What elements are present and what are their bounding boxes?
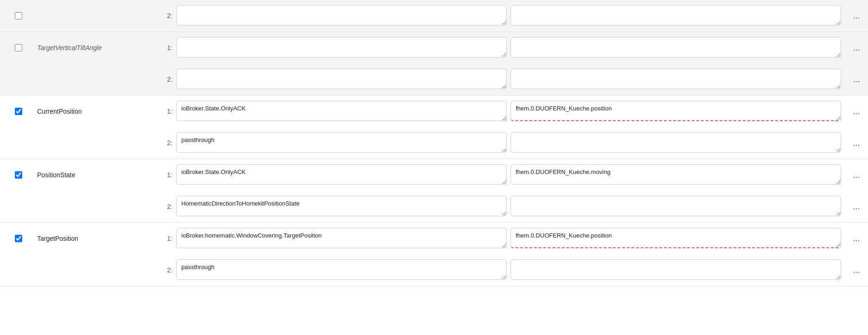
row-target-vertical-tilt: TargetVerticalTiltAngle1:...2:... [0, 32, 868, 96]
row-position-state-line-0: PositionState1:ioBroker.State.OnlyACKfhe… [0, 159, 868, 191]
row-current-position-line-0-input2[interactable]: fhem.0.DUOFERN_Kueche.position [511, 101, 841, 121]
row-current-position-line-1-dots-button[interactable]: ... [853, 138, 860, 148]
row-current-position: CurrentPosition1:ioBroker.State.OnlyACKf… [0, 96, 868, 159]
row-position-state-checkbox[interactable] [15, 171, 22, 179]
row-position-state-line-0-dots-button[interactable]: ... [853, 170, 860, 180]
row-position-state-line-1-dots-button[interactable]: ... [853, 202, 860, 212]
row-current-position-line-1: 2:passthrough... [0, 127, 868, 159]
row-target-vertical-tilt-line-1: 2:... [0, 64, 868, 95]
row-target-vertical-tilt-label: TargetVerticalTiltAngle [37, 44, 102, 52]
row-unnamed-top-line-0-index: 2: [167, 12, 172, 19]
row-target-vertical-tilt-checkbox[interactable] [15, 44, 22, 52]
row-target-position-line-0-input2[interactable]: fhem.0.DUOFERN_Kueche.position [511, 228, 841, 248]
row-target-position-line-1: 2:passthrough... [0, 254, 868, 286]
row-position-state-line-1: 2:HomematicDirectionToHomekitPositionSta… [0, 191, 868, 222]
row-position-state-line-0-input1[interactable]: ioBroker.State.OnlyACK [176, 164, 507, 185]
row-position-state: PositionState1:ioBroker.State.OnlyACKfhe… [0, 159, 868, 223]
row-current-position-line-1-input2[interactable] [511, 132, 841, 153]
row-target-position-line-0-input1[interactable]: ioBroker.homematic.WindowCovering.Target… [176, 228, 507, 248]
row-position-state-line-1-index: 2: [167, 203, 172, 210]
row-current-position-line-0-input1[interactable]: ioBroker.State.OnlyACK [176, 101, 507, 121]
row-target-position-line-0-index: 1: [167, 235, 172, 242]
row-target-vertical-tilt-line-0-input1[interactable] [176, 37, 507, 58]
row-position-state-line-0-input2[interactable]: fhem.0.DUOFERN_Kueche.moving [511, 164, 841, 185]
row-current-position-line-0-index: 1: [167, 108, 172, 115]
row-current-position-line-0: CurrentPosition1:ioBroker.State.OnlyACKf… [0, 96, 868, 127]
row-target-position-checkbox[interactable] [15, 235, 22, 242]
row-unnamed-top: 2:... [0, 0, 868, 32]
row-current-position-checkbox[interactable] [15, 108, 22, 115]
row-target-vertical-tilt-line-1-input1[interactable] [176, 69, 507, 89]
row-target-vertical-tilt-line-1-input2[interactable] [511, 69, 841, 89]
row-target-vertical-tilt-line-1-index: 2: [167, 76, 172, 83]
row-target-vertical-tilt-line-0: TargetVerticalTiltAngle1:... [0, 32, 868, 64]
row-current-position-line-0-dots-button[interactable]: ... [853, 107, 860, 116]
row-unnamed-top-line-0-input2[interactable] [511, 5, 841, 26]
row-target-position-line-1-input1[interactable]: passthrough [176, 259, 507, 280]
row-position-state-label: PositionState [37, 171, 76, 179]
row-position-state-line-1-input2[interactable] [511, 196, 841, 216]
row-unnamed-top-checkbox[interactable] [15, 12, 22, 19]
row-target-position-label: TargetPosition [37, 235, 78, 242]
row-target-position: TargetPosition1:ioBroker.homematic.Windo… [0, 223, 868, 286]
row-unnamed-top-line-0: 2:... [0, 0, 868, 32]
row-target-position-line-1-input2[interactable] [511, 259, 841, 280]
row-current-position-label: CurrentPosition [37, 108, 82, 115]
config-table: 2:...TargetVerticalTiltAngle1:...2:...Cu… [0, 0, 868, 335]
row-target-vertical-tilt-line-0-input2[interactable] [511, 37, 841, 58]
row-target-position-line-1-index: 2: [167, 266, 172, 274]
row-unnamed-top-line-0-dots-button[interactable]: ... [853, 11, 860, 21]
row-position-state-line-0-index: 1: [167, 171, 172, 179]
row-position-state-line-1-input1[interactable]: HomematicDirectionToHomekitPositionState [176, 196, 507, 216]
row-target-vertical-tilt-line-0-dots-button[interactable]: ... [853, 43, 860, 53]
row-target-vertical-tilt-line-0-index: 1: [167, 44, 172, 52]
row-target-position-line-0: TargetPosition1:ioBroker.homematic.Windo… [0, 223, 868, 254]
row-unnamed-top-line-0-input1[interactable] [176, 5, 507, 26]
row-target-vertical-tilt-line-1-dots-button[interactable]: ... [853, 75, 860, 84]
row-target-position-line-1-dots-button[interactable]: ... [853, 265, 860, 275]
row-current-position-line-1-input1[interactable]: passthrough [176, 132, 507, 153]
row-current-position-line-1-index: 2: [167, 139, 172, 147]
row-target-position-line-0-dots-button[interactable]: ... [853, 234, 860, 244]
